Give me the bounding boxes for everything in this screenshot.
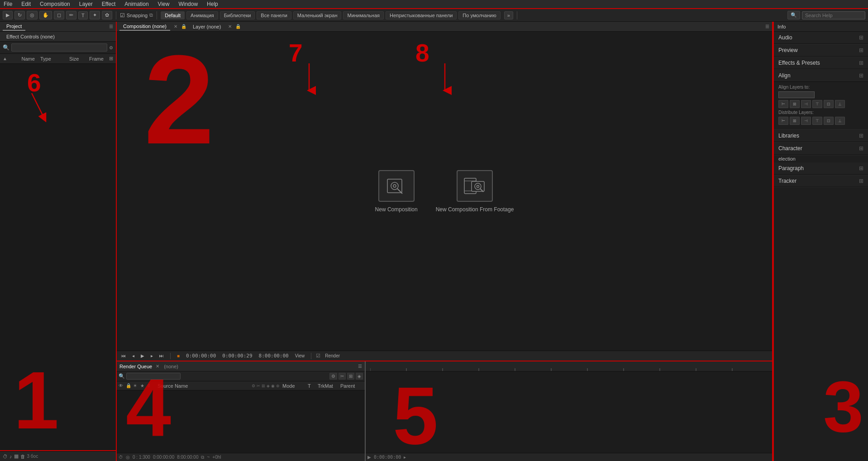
layers-bottom-icon5[interactable]: +0hl xyxy=(212,455,221,460)
menu-layer[interactable]: Layer xyxy=(77,1,95,7)
viewer-prev-frame[interactable]: ◂ xyxy=(130,353,136,359)
render-close-icon[interactable]: ✕ xyxy=(156,364,159,369)
new-item-icon[interactable]: ⊞ xyxy=(109,56,113,62)
tool-clone[interactable]: ✦ xyxy=(90,11,100,19)
right-section-audio-title[interactable]: Audio ⊞ xyxy=(774,32,868,44)
time-current[interactable]: 0:00:00:00 xyxy=(184,352,218,359)
workspace-small-screen[interactable]: Маленький экран xyxy=(293,11,342,19)
layers-bottom-dur: 8:00:00:00 xyxy=(177,455,198,460)
timeline-playhead[interactable]: ▶ xyxy=(367,455,371,460)
workspace-animation[interactable]: Анимация xyxy=(186,11,218,19)
distribute-btn-5[interactable]: ⊡ xyxy=(824,117,834,125)
new-composition-button[interactable]: New Composition xyxy=(375,170,418,213)
render-panel-menu-icon[interactable]: ☰ xyxy=(358,364,362,369)
right-section-tracker-title[interactable]: Tracker ⊞ xyxy=(774,175,868,187)
tool-mask[interactable]: ◻ xyxy=(54,11,64,19)
right-section-paragraph-title[interactable]: Paragraph ⊞ xyxy=(774,162,868,175)
render-btn[interactable]: Render xyxy=(323,353,342,359)
layers-bottom-icon1[interactable]: ⏱ xyxy=(119,455,123,460)
comp-close-icon[interactable]: ✕ xyxy=(174,24,177,29)
workspace-undocked[interactable]: Непристыкованные панели xyxy=(386,11,457,19)
project-search-controls[interactable]: ⚙ xyxy=(109,45,113,50)
tool-puppet[interactable]: ✿ xyxy=(102,11,112,19)
snapping-expand-icon[interactable]: ⧉ xyxy=(149,12,153,18)
layers-search-icon[interactable]: 🔍 xyxy=(119,373,125,379)
tool-rotate[interactable]: ↻ xyxy=(14,11,25,19)
tab-render-queue[interactable]: Render Queue xyxy=(119,364,152,369)
align-btn-left-edge[interactable]: ⊢ xyxy=(778,100,788,108)
viewer-next-frame[interactable]: ▸ xyxy=(149,353,155,359)
comp-lock-icon[interactable]: 🔒 xyxy=(181,24,186,29)
layers-tool-3[interactable]: ⊞ xyxy=(347,373,354,380)
align-btn-right-edge[interactable]: ⊣ xyxy=(801,100,811,108)
viewer-play-forward[interactable]: ⏭ xyxy=(157,353,166,359)
frame-icon[interactable]: ▦ xyxy=(14,453,19,459)
workspace-default[interactable]: Default xyxy=(161,11,185,19)
timeline-arrow-right[interactable]: ▸ xyxy=(404,455,406,460)
layers-bottom-icon2[interactable]: ◎ xyxy=(126,455,130,460)
right-section-effects-title[interactable]: Effects & Presets ⊞ xyxy=(774,57,868,69)
viewer-play-back[interactable]: ⏮ xyxy=(119,353,128,359)
distribute-btn-6[interactable]: ⊥ xyxy=(835,117,845,125)
workspace-all-panels[interactable]: Все панели xyxy=(257,11,291,19)
layers-bottom-icon3[interactable]: ⧉ xyxy=(201,455,204,460)
right-section-libraries-title[interactable]: Libraries ⊞ xyxy=(774,130,868,142)
render-checkbox[interactable]: ☑ xyxy=(316,353,320,359)
viewer-panel-menu-icon[interactable]: ☰ xyxy=(765,24,769,29)
menu-window[interactable]: Window xyxy=(176,1,200,7)
tab-composition[interactable]: Composition (none) xyxy=(119,23,170,31)
tool-camera[interactable]: ◎ xyxy=(27,11,38,19)
tool-pan[interactable]: ✋ xyxy=(39,11,52,19)
menu-edit[interactable]: Edit xyxy=(19,1,33,7)
view-btn[interactable]: View xyxy=(293,353,307,359)
right-section-preview-title[interactable]: Preview ⊞ xyxy=(774,44,868,57)
layers-tool-4[interactable]: ◈ xyxy=(356,373,363,380)
align-btn-top-edge[interactable]: ⊤ xyxy=(812,100,822,108)
workspace-default2[interactable]: По умолчанию xyxy=(458,11,500,19)
tab-project[interactable]: Project xyxy=(3,23,25,31)
distribute-btn-2[interactable]: ⊠ xyxy=(790,117,800,125)
snapping-toggle[interactable]: ☑ Snapping ⧉ xyxy=(120,12,153,19)
layers-tool-1[interactable]: ⚙ xyxy=(329,373,337,380)
menu-file[interactable]: File xyxy=(2,1,14,7)
layer-lock-icon[interactable]: 🔒 xyxy=(235,24,241,29)
menu-effect[interactable]: Effect xyxy=(100,1,117,7)
distribute-btn-3[interactable]: ⊣ xyxy=(801,117,811,125)
right-section-align-title[interactable]: Align ⊞ xyxy=(774,70,868,82)
tool-select[interactable]: ▶ xyxy=(3,11,13,19)
align-layers-to-input[interactable] xyxy=(778,91,815,98)
viewer-play[interactable]: ▶ xyxy=(139,353,146,359)
tool-text[interactable]: T xyxy=(78,11,88,19)
workspace-libraries[interactable]: Библиотеки xyxy=(220,11,255,19)
tool-pen[interactable]: ✏ xyxy=(66,11,76,19)
workspace-expand[interactable]: » xyxy=(504,11,513,19)
menu-animation[interactable]: Animation xyxy=(123,1,150,7)
layers-search-input[interactable] xyxy=(126,373,181,380)
menu-help[interactable]: Help xyxy=(205,1,220,7)
distribute-btn-1[interactable]: ⊢ xyxy=(778,117,788,125)
snapping-checkbox[interactable]: ☑ xyxy=(120,12,125,19)
layers-tool-2[interactable]: ✂ xyxy=(339,373,346,380)
tab-layer[interactable]: Layer (none) xyxy=(189,23,224,30)
new-composition-from-footage-button[interactable]: New Composition From Footage xyxy=(436,170,514,213)
menu-view[interactable]: View xyxy=(156,1,172,7)
project-search-input[interactable] xyxy=(11,43,107,52)
audio-icon[interactable]: ♪ xyxy=(10,454,12,459)
tab-effect-controls[interactable]: Effect Controls (none) xyxy=(3,33,58,40)
project-panel-menu-icon[interactable]: ☰ xyxy=(109,24,113,29)
menu-composition[interactable]: Composition xyxy=(38,1,72,7)
layers-bottom-icon4[interactable]: ~ xyxy=(207,455,210,460)
distribute-btn-4[interactable]: ⊤ xyxy=(812,117,822,125)
annotation-number-1: 1 xyxy=(14,360,59,441)
align-btn-h-center[interactable]: ⊠ xyxy=(790,100,800,108)
workspace-minimal[interactable]: Минимальная xyxy=(343,11,384,19)
ram-preview-icon[interactable]: ■ xyxy=(175,353,181,359)
timeline-icon[interactable]: ⏱ xyxy=(3,454,8,459)
align-btn-v-center[interactable]: ⊡ xyxy=(824,100,834,108)
align-btn-bottom-edge[interactable]: ⊥ xyxy=(835,100,845,108)
right-section-character-title[interactable]: Character ⊞ xyxy=(774,143,868,155)
magnifier-icon[interactable]: 🔍 xyxy=(787,11,800,19)
search-help-input[interactable] xyxy=(802,11,865,19)
layer-close-icon[interactable]: ✕ xyxy=(228,24,232,29)
trash-icon[interactable]: 🗑 xyxy=(20,454,25,459)
